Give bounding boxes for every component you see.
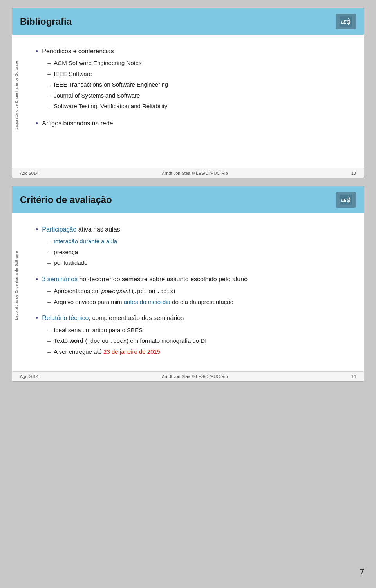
sub-text-entrega: A ser entregue até 23 de janeiro de 2015 <box>54 347 160 356</box>
slide-1-sidebar: Laboratório de Engenharia de Software <box>12 32 21 158</box>
sub-text-pontualidade: pontualidade <box>54 259 87 268</box>
slide-1-title: Bibliografia <box>20 16 72 27</box>
footer-1-left: Ago 2014 <box>20 171 38 175</box>
sub-text-testing: Software Testing, Verification and Relia… <box>54 102 167 111</box>
sub-list-participacao: – interação durante a aula – presença – … <box>47 237 344 268</box>
word-bold: word <box>69 337 83 344</box>
slide-1-body: • Periódicos e conferências – ACM Softwa… <box>12 35 364 168</box>
sub-list-seminarios: – Apresentados em powerpoint (.ppt ou .p… <box>47 287 344 307</box>
ppt-code: .ppt <box>134 288 147 295</box>
bullet-text-participacao: Participação ativa nas aulas <box>42 225 120 234</box>
slide-2-header: Critério de avaliação LES <box>12 186 364 213</box>
bullet-participacao: • Participação ativa nas aulas – interaç… <box>36 225 344 268</box>
sub-text-journal: Journal of Systems and Software <box>54 91 140 100</box>
seminarios-highlight: 3 seminários <box>42 276 78 282</box>
slide-1-bullets: • Periódicos e conferências – ACM Softwa… <box>36 47 344 128</box>
slide-2-body: • Participação ativa nas aulas – interaç… <box>12 213 364 371</box>
sub-item-testing: – Software Testing, Verification and Rel… <box>47 102 344 111</box>
bullet-text-artigos: Artigos buscados na rede <box>42 119 113 128</box>
antes-highlight: antes do meio-dia <box>124 299 170 305</box>
bullet-item-periodicos: • Periódicos e conferências – ACM Softwa… <box>36 47 344 111</box>
interacao-highlight: interação durante a aula <box>54 238 117 244</box>
sub-text-interacao: interação durante a aula <box>54 237 117 246</box>
slide-1: Bibliografia LES Laboratório de Engenhar… <box>12 8 364 178</box>
les-logo-2: LES <box>336 192 356 208</box>
sub-text-apresentados: Apresentados em powerpoint (.ppt ou .ppt… <box>54 287 175 296</box>
sub-text-ieee-transactions: IEEE Transactions on Software Engineerin… <box>54 80 168 89</box>
participacao-link: Participação <box>42 226 76 233</box>
footer-1-page: 13 <box>351 171 356 175</box>
sub-text-arquivo: Arquivo enviado para mim antes do meio-d… <box>54 298 233 307</box>
sub-text-presenca: presença <box>54 248 78 257</box>
sub-pontualidade: – pontualidade <box>47 259 344 268</box>
sub-apresentados: – Apresentados em powerpoint (.ppt ou .p… <box>47 287 344 296</box>
sub-presenca: – presença <box>47 248 344 257</box>
bullet-dot-2: • <box>36 119 38 128</box>
slide-2-title: Critério de avaliação <box>20 194 112 205</box>
doc-code: .doc <box>87 338 100 344</box>
sub-list-periodicos: – ACM Software Engineering Notes – IEEE … <box>47 59 344 111</box>
bullet-dot-r: • <box>36 313 38 323</box>
powerpoint-italic: powerpoint <box>101 288 130 294</box>
les-logo-1: LES <box>336 14 356 29</box>
sub-item-acm: – ACM Software Engineering Notes <box>47 59 344 68</box>
slide-2-footer: Ago 2014 Arndt von Staa © LES/DI/PUC-Rio… <box>12 371 364 381</box>
sub-text-ieee-software: IEEE Software <box>54 70 92 79</box>
page-number: 7 <box>360 567 364 576</box>
sub-arquivo: – Arquivo enviado para mim antes do meio… <box>47 298 344 307</box>
sub-list-relatorio: – Ideal seria um artigo para o SBES – Te… <box>47 326 344 356</box>
sub-entrega: – A ser entregue até 23 de janeiro de 20… <box>47 347 344 356</box>
sub-text-acm: ACM Software Engineering Notes <box>54 59 141 68</box>
svg-text:LES: LES <box>341 20 349 24</box>
sub-interacao: – interação durante a aula <box>47 237 344 246</box>
bullet-text-periodicos: Periódicos e conferências <box>42 47 114 56</box>
slide-1-footer: Ago 2014 Arndt von Staa © LES/DI/PUC-Rio… <box>12 168 364 178</box>
sub-ideal: – Ideal seria um artigo para o SBES <box>47 326 344 335</box>
slide-1-header: Bibliografia LES <box>12 8 364 35</box>
bullet-seminarios: • 3 seminários no decorrer do semestre s… <box>36 275 344 307</box>
relatorio-highlight: Relatório técnico <box>42 315 89 321</box>
bullet-dot: • <box>36 47 38 56</box>
date-highlight: 23 de janeiro de 2015 <box>103 348 160 355</box>
bullet-item-artigos: • Artigos buscados na rede <box>36 119 344 128</box>
sub-item-ieee-software: – IEEE Software <box>47 70 344 79</box>
sub-text-ideal: Ideal seria um artigo para o SBES <box>54 326 143 335</box>
bullet-relatorio: • Relatório técnico, complementação dos … <box>36 313 344 356</box>
bullet-dot-p: • <box>36 225 38 235</box>
docx-code: .docx <box>110 338 127 344</box>
svg-text:LES: LES <box>341 198 349 203</box>
slide-2-bullets: • Participação ativa nas aulas – interaç… <box>36 225 344 356</box>
footer-2-left: Ago 2014 <box>20 374 38 379</box>
bullet-text-relatorio: Relatório técnico, complementação dos se… <box>42 313 184 323</box>
sub-item-ieee-transactions: – IEEE Transactions on Software Engineer… <box>47 80 344 89</box>
bullet-dot-s: • <box>36 275 38 284</box>
sub-texto-word: – Texto word (.doc ou .docx) em formato … <box>47 337 344 346</box>
footer-1-center: Arndt von Staa © LES/DI/PUC-Rio <box>162 171 228 175</box>
slide-2: Critério de avaliação LES Laboratório de… <box>12 186 364 382</box>
footer-2-center: Arndt von Staa © LES/DI/PUC-Rio <box>162 374 228 379</box>
bullet-text-seminarios: 3 seminários no decorrer do semestre sob… <box>42 275 248 284</box>
sub-text-word: Texto word (.doc ou .docx) em formato mo… <box>54 337 206 346</box>
sub-item-journal: – Journal of Systems and Software <box>47 91 344 100</box>
sidebar-label-2: Laboratório de Engenharia de Software <box>14 251 18 320</box>
slide-2-sidebar: Laboratório de Engenharia de Software <box>12 210 21 362</box>
pptx-code: .pptx <box>157 288 173 295</box>
footer-2-page: 14 <box>351 374 356 379</box>
sidebar-label-1: Laboratório de Engenharia de Software <box>14 61 18 130</box>
